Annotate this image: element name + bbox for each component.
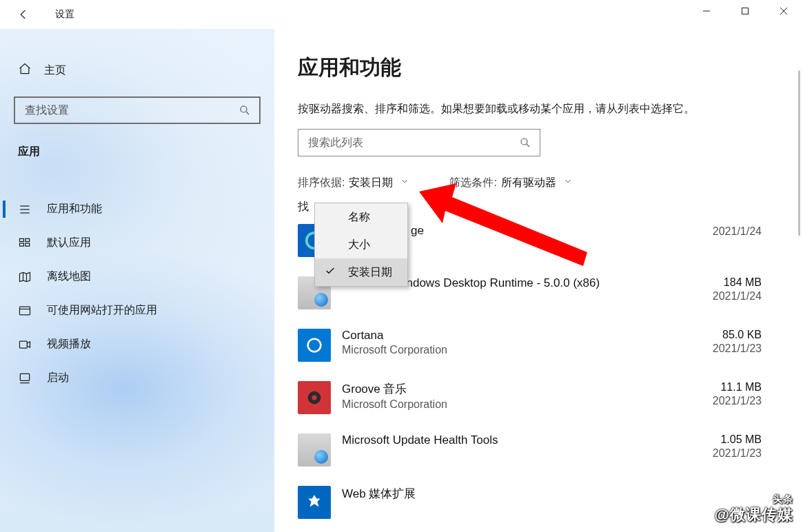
svg-rect-17 (20, 341, 28, 348)
minimize-button[interactable] (687, 0, 726, 22)
svg-point-23 (308, 338, 321, 351)
app-row[interactable]: Groove 音乐 Microsoft Corporation 11.1 MB … (298, 374, 762, 427)
page-title: 应用和功能 (298, 54, 762, 82)
sidebar-item-label: 离线地图 (47, 269, 91, 284)
app-date: 2021/1/23 (686, 395, 762, 407)
close-button[interactable] (764, 0, 803, 22)
svg-line-21 (527, 144, 529, 147)
svg-rect-18 (20, 374, 29, 380)
app-name: Web 媒体扩展 (342, 486, 686, 502)
close-icon (780, 7, 788, 15)
list-icon (18, 203, 32, 216)
search-icon (519, 136, 531, 149)
video-icon (18, 338, 32, 351)
sidebar-item-label: 可使用网站打开的应用 (47, 303, 157, 318)
app-size: 11.1 MB (686, 381, 762, 393)
app-row[interactable]: Microsoft Update Health Tools 1.05 MB 20… (298, 427, 762, 479)
app-row[interactable]: Web 媒体扩展 (298, 479, 762, 531)
svg-point-4 (241, 106, 247, 112)
sidebar-search[interactable] (14, 96, 261, 124)
filter-value: 所有驱动器 (501, 176, 556, 190)
app-date: 2021/1/24 (686, 290, 762, 303)
app-size: 85.0 KB (686, 329, 762, 341)
app-list-search[interactable] (298, 129, 540, 156)
startup-icon (18, 371, 32, 385)
maximize-icon (741, 7, 749, 15)
svg-rect-9 (20, 238, 24, 241)
check-icon (325, 265, 336, 279)
svg-rect-1 (742, 8, 749, 14)
nav-home-label: 主页 (44, 63, 66, 78)
app-name: Microsoft Update Health Tools (342, 433, 686, 447)
sidebar-section-label: 应用 (0, 139, 274, 166)
sort-menu-item-name[interactable]: 名称 (315, 203, 407, 231)
watermark: 头条 @微课传媒 (715, 493, 793, 525)
app-size: 184 MB (686, 276, 762, 289)
svg-rect-12 (26, 243, 30, 246)
window-title: 设置 (55, 8, 74, 21)
app-list-search-input[interactable] (308, 136, 501, 149)
app-publisher: Microsoft Corporation (342, 398, 686, 411)
search-icon (238, 104, 251, 116)
minimize-icon (702, 7, 711, 15)
sidebar-item-label: 启动 (47, 371, 69, 385)
sidebar-item-apps-for-websites[interactable]: 可使用网站打开的应用 (0, 294, 274, 327)
app-row[interactable]: Cortana Microsoft Corporation 85.0 KB 20… (298, 322, 762, 374)
app-icon-cortana (298, 329, 331, 362)
sidebar-item-label: 视频播放 (47, 337, 91, 351)
app-publisher: Microsoft Corporation (342, 344, 686, 356)
sort-label: 排序依据: (298, 176, 345, 190)
sort-menu-item-label: 安装日期 (348, 265, 392, 280)
nav-home[interactable]: 主页 (0, 57, 274, 84)
sort-menu-item-install-date[interactable]: 安装日期 (315, 258, 407, 286)
app-date: 2021/1/23 (686, 447, 762, 460)
link-icon (18, 304, 32, 318)
app-date: 2021/1/24 (686, 225, 762, 238)
app-icon-web (298, 486, 331, 519)
home-icon (18, 62, 32, 79)
svg-point-25 (312, 395, 317, 400)
maximize-button[interactable] (726, 0, 764, 22)
svg-point-20 (521, 139, 527, 145)
chevron-down-icon (400, 176, 409, 189)
sort-menu-item-size[interactable]: 大小 (315, 231, 407, 258)
sidebar-item-startup[interactable]: 启动 (0, 361, 274, 395)
svg-rect-15 (20, 307, 30, 315)
watermark-main: @微课传媒 (715, 506, 793, 523)
filter-label: 筛选条件: (449, 176, 496, 190)
sidebar-item-label: 默认应用 (47, 236, 91, 250)
sort-menu: 名称 大小 安装日期 (314, 203, 408, 287)
sort-value: 安装日期 (349, 176, 393, 190)
app-date: 2021/1/23 (686, 342, 762, 355)
app-name: Cortana (342, 329, 686, 342)
app-icon-groove (298, 381, 331, 414)
sidebar: 主页 应用 应用和功能 默认应用 离线地图 (0, 29, 274, 532)
defaults-icon (18, 236, 32, 250)
sidebar-item-label: 应用和功能 (47, 202, 102, 216)
app-size: 1.05 MB (686, 433, 762, 446)
sort-by-dropdown[interactable]: 排序依据: 安装日期 (298, 176, 409, 190)
sidebar-item-video-playback[interactable]: 视频播放 (0, 327, 274, 361)
app-icon-installer (298, 433, 331, 467)
app-name: Groove 音乐 (342, 381, 686, 397)
watermark-small: 头条 (715, 493, 793, 506)
arrow-left-icon (17, 8, 30, 21)
map-icon (18, 270, 32, 284)
sidebar-item-offline-maps[interactable]: 离线地图 (0, 260, 274, 294)
sidebar-item-default-apps[interactable]: 默认应用 (0, 226, 274, 260)
filter-by-dropdown[interactable]: 筛选条件: 所有驱动器 (449, 176, 572, 190)
sidebar-item-apps-features[interactable]: 应用和功能 (0, 192, 274, 226)
svg-line-5 (246, 112, 249, 114)
page-description: 按驱动器搜索、排序和筛选。如果想要卸载或移动某个应用，请从列表中选择它。 (298, 100, 698, 118)
titlebar: 设置 (0, 0, 803, 29)
svg-rect-10 (20, 243, 24, 246)
back-button[interactable] (15, 6, 32, 23)
svg-rect-11 (26, 238, 30, 241)
sort-menu-item-label: 名称 (348, 210, 370, 225)
chevron-down-icon (563, 176, 573, 189)
sidebar-search-input[interactable] (25, 104, 204, 116)
scrollbar[interactable] (798, 70, 800, 236)
sort-menu-item-label: 大小 (348, 238, 370, 252)
